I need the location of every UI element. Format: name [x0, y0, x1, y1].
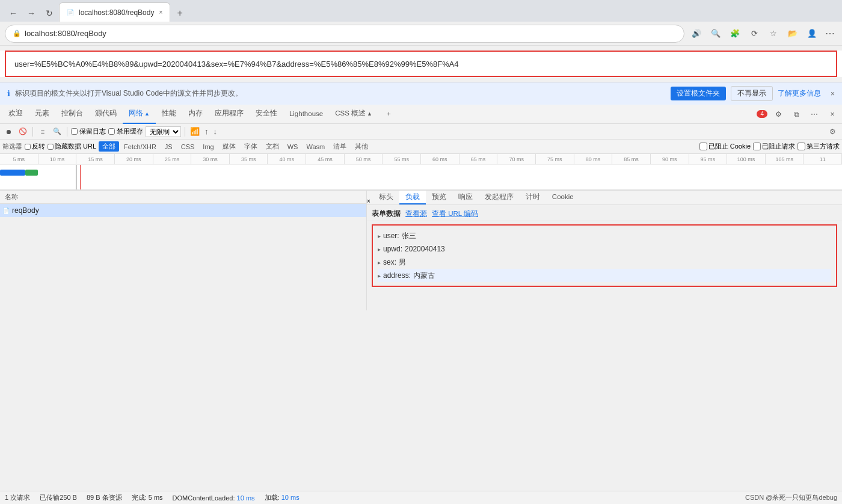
invert-checkbox[interactable]: 反转	[25, 142, 45, 151]
filter-media[interactable]: 媒体	[219, 141, 239, 152]
tab-css-overview[interactable]: CSS 概述 ▲	[329, 105, 378, 124]
filter-button[interactable]: ≡	[37, 126, 49, 138]
detail-tab-payload[interactable]: 负载	[399, 191, 426, 204]
third-party-input[interactable]	[797, 143, 805, 150]
tab-console-label: 控制台	[61, 109, 83, 118]
search-button[interactable]: 🔍	[51, 126, 63, 138]
network-settings-button[interactable]: ⚙	[825, 124, 840, 139]
read-aloud-button[interactable]: 🔊	[688, 25, 705, 42]
record-button[interactable]: ⏺	[2, 126, 14, 138]
tab-sources-label: 源代码	[95, 109, 117, 118]
payload-expand-icon-upwd[interactable]: ▸	[378, 246, 381, 253]
timeline-vline-1	[76, 165, 76, 190]
filter-js[interactable]: JS	[161, 143, 176, 151]
extensions-button[interactable]: 🧩	[727, 25, 743, 42]
tab-console[interactable]: 控制台	[55, 105, 89, 124]
requests-list: 名称 📄 reqBody	[0, 191, 367, 310]
tab-lighthouse[interactable]: Lighthouse	[283, 105, 329, 124]
browser-tab-active[interactable]: 📄 localhost:8080/reqBody ×	[59, 2, 170, 22]
tab-elements[interactable]: 元素	[29, 105, 55, 124]
tab-network-label: 网络	[129, 109, 143, 118]
tab-more-button[interactable]: +	[381, 105, 397, 124]
hide-data-url-checkbox[interactable]: 隐藏数据 URL	[48, 142, 96, 151]
detail-tab-initiator[interactable]: 发起程序	[479, 191, 520, 204]
clear-button[interactable]: 🚫	[17, 126, 29, 138]
blocked-cookie-checkbox[interactable]: 已阻止 Cookie	[699, 142, 751, 151]
reload-button[interactable]: ↻	[41, 5, 58, 22]
devtools-settings-button[interactable]: ⚙	[771, 107, 785, 121]
browser-menu-button[interactable]: ⋯	[823, 25, 837, 41]
filter-css[interactable]: CSS	[177, 143, 198, 151]
notification-close-button[interactable]: ×	[831, 90, 835, 98]
sync-button[interactable]: ⟳	[746, 25, 763, 42]
tick-25ms: 25 ms	[153, 154, 192, 164]
forward-button[interactable]: →	[23, 5, 40, 22]
set-root-folder-button[interactable]: 设置根文件夹	[671, 87, 726, 100]
filter-manifest[interactable]: 清单	[330, 141, 350, 152]
blocked-requests-input[interactable]	[753, 143, 761, 150]
throttle-select[interactable]: 无限制	[146, 126, 181, 137]
filter-doc[interactable]: 文档	[262, 141, 283, 152]
address-bar[interactable]: 🔒 localhost:8080/reqBody	[5, 25, 684, 43]
disable-cache-checkbox[interactable]: 禁用缓存	[108, 127, 143, 136]
status-domcontentloaded-value[interactable]: 10 ms	[237, 494, 255, 502]
detail-tab-response[interactable]: 响应	[452, 191, 479, 204]
status-load-label: 加载: 10 ms	[265, 493, 300, 502]
filter-fetch-xhr[interactable]: Fetch/XHR	[120, 143, 160, 151]
devtools-dock-button[interactable]: ⧉	[789, 107, 804, 121]
detail-tab-preview[interactable]: 预览	[426, 191, 452, 204]
back-button[interactable]: ←	[5, 5, 22, 22]
payload-expand-icon-sex[interactable]: ▸	[378, 259, 381, 266]
dont-show-button[interactable]: 不再显示	[731, 86, 773, 101]
browser-content: user=%E5%BC%A0%E4%B8%89&upwd=2020040413&…	[0, 51, 842, 77]
filter-img[interactable]: Img	[199, 143, 217, 151]
payload-key-user: user:	[383, 232, 399, 240]
filter-wasm[interactable]: Wasm	[303, 143, 328, 151]
export-button[interactable]: ↓	[212, 126, 219, 137]
filter-other[interactable]: 其他	[351, 141, 372, 152]
payload-row-address: ▸ address: 内蒙古	[378, 269, 831, 282]
third-party-checkbox[interactable]: 第三方请求	[797, 142, 840, 151]
tab-performance[interactable]: 性能	[156, 105, 182, 124]
blocked-cookie-input[interactable]	[699, 143, 707, 150]
payload-subtab-form-data[interactable]: 表单数据	[372, 209, 401, 218]
detail-tab-timing[interactable]: 计时	[520, 191, 546, 204]
learn-more-link[interactable]: 了解更多信息	[778, 88, 821, 99]
payload-subtab-view-source[interactable]: 查看源	[405, 209, 427, 218]
blocked-requests-checkbox[interactable]: 已阻止请求	[753, 142, 795, 151]
detail-panel-close[interactable]: ×	[367, 198, 370, 204]
payload-subtab-view-url[interactable]: 查看 URL 编码	[432, 209, 478, 218]
invert-input[interactable]	[25, 144, 31, 150]
detail-tab-cookie[interactable]: Cookie	[546, 191, 580, 204]
import-button[interactable]: ↑	[203, 126, 210, 137]
filter-ws[interactable]: WS	[284, 143, 302, 151]
favorites-button[interactable]: ☆	[765, 25, 782, 42]
status-domcontentloaded-key: DOMContentLoaded:	[173, 494, 235, 502]
zoom-button[interactable]: 🔍	[707, 25, 724, 42]
tab-application[interactable]: 应用程序	[209, 105, 250, 124]
devtools-close-button[interactable]: ×	[825, 107, 840, 121]
tab-sources[interactable]: 源代码	[89, 105, 123, 124]
devtools-more-button[interactable]: ⋯	[807, 107, 822, 121]
collections-button[interactable]: 📂	[784, 25, 801, 42]
preserve-log-input[interactable]	[71, 128, 78, 135]
payload-expand-icon-address[interactable]: ▸	[378, 272, 381, 279]
profile-button[interactable]: 👤	[804, 25, 820, 42]
preserve-log-checkbox[interactable]: 保留日志	[71, 127, 106, 136]
detail-tab-headers[interactable]: 标头	[373, 191, 399, 204]
disable-cache-input[interactable]	[108, 128, 115, 135]
new-tab-button[interactable]: +	[171, 5, 188, 22]
status-load-value[interactable]: 10 ms	[281, 494, 300, 501]
tab-network[interactable]: 网络 ▲	[123, 105, 156, 124]
tab-welcome[interactable]: 欢迎	[2, 105, 29, 124]
request-item-reqbody[interactable]: 📄 reqBody	[0, 204, 366, 217]
filter-font[interactable]: 字体	[241, 141, 261, 152]
hide-data-url-input[interactable]	[48, 144, 54, 150]
filter-all[interactable]: 全部	[99, 141, 119, 152]
preserve-log-label: 保留日志	[79, 127, 106, 136]
tab-memory[interactable]: 内存	[182, 105, 209, 124]
tab-security[interactable]: 安全性	[250, 105, 283, 124]
detail-tab-timing-label: 计时	[526, 192, 540, 201]
tab-close-button[interactable]: ×	[159, 9, 162, 16]
payload-expand-icon[interactable]: ▸	[378, 233, 381, 239]
